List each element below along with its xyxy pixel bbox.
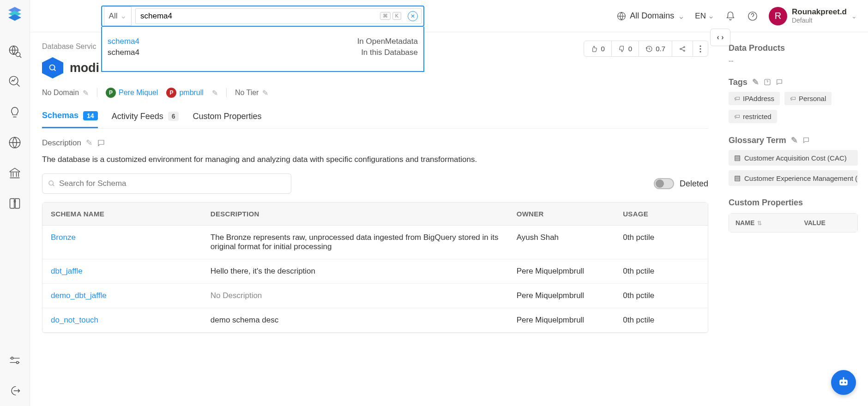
share-icon (679, 45, 686, 53)
comment-icon[interactable] (802, 137, 810, 144)
svg-point-13 (699, 48, 701, 49)
tag[interactable]: 🏷restricted (729, 110, 777, 123)
table-row: dbt_jaffle Hello there, it's the descrip… (42, 259, 708, 284)
col-usage: USAGE (615, 203, 708, 226)
glossary-item[interactable]: ▤Customer Acquisition Cost (CAC) (729, 150, 858, 166)
tag[interactable]: 🏷Personal (784, 92, 832, 105)
search-filter-dropdown[interactable]: All ⌄ (104, 6, 132, 26)
suggestion-text: schema4 (108, 48, 139, 57)
comment-icon[interactable] (97, 139, 105, 147)
owner-link[interactable]: Pere Miquel (119, 89, 158, 97)
user-menu[interactable]: R Rounakpreet.d Default ⌄ (769, 7, 857, 25)
right-panel: ‹ › Data Products -- Tags ✎ 🏷IPAddress🏷P… (720, 32, 868, 406)
chevron-down-icon: ⌄ (678, 11, 685, 21)
thumbs-down-icon (618, 45, 626, 53)
data-products-title: Data Products (729, 43, 858, 53)
svg-point-1 (16, 52, 20, 56)
svg-point-5 (11, 357, 13, 359)
sort-icon[interactable]: ⇅ (757, 220, 762, 227)
glossary-title: Glossary Term (729, 136, 786, 145)
edit-description-button[interactable]: ✎ (86, 138, 92, 148)
edit-tags-button[interactable]: ✎ (752, 77, 759, 87)
notifications-button[interactable] (724, 10, 736, 22)
version-button[interactable]: 0.7 (639, 41, 672, 56)
language-dropdown[interactable]: EN ⌄ (695, 11, 714, 21)
share-button[interactable] (672, 41, 693, 56)
avatar: R (769, 7, 787, 25)
svg-point-6 (17, 361, 19, 364)
bank-icon[interactable] (8, 166, 22, 180)
search-suggestion[interactable]: schema4 In OpenMetadata (107, 36, 419, 47)
bell-icon (725, 11, 735, 21)
globe-search-icon[interactable] (8, 44, 22, 58)
tab-custom-properties[interactable]: Custom Properties (193, 111, 261, 128)
more-button[interactable] (693, 41, 708, 56)
search-suggestion[interactable]: schema4 In this Database (107, 47, 419, 58)
like-button[interactable]: 0 (584, 41, 611, 56)
edit-glossary-button[interactable]: ✎ (791, 135, 798, 145)
user-role: Default (792, 17, 847, 24)
search-filter-label: All (109, 12, 118, 21)
schema-usage: 0th pctile (615, 284, 708, 308)
settings-icon[interactable] (8, 353, 22, 367)
owner-link[interactable]: pmbrull (179, 89, 203, 97)
tag[interactable]: 🏷IPAddress (729, 92, 780, 105)
dislike-button[interactable]: 0 (612, 41, 639, 56)
doc-icon: ▤ (734, 174, 741, 182)
help-icon[interactable] (764, 78, 771, 86)
comment-icon[interactable] (776, 78, 783, 86)
edit-tier-button[interactable]: ✎ (262, 89, 268, 97)
col-schema-name: SCHEMA NAME (42, 203, 202, 226)
deleted-toggle[interactable] (654, 178, 674, 189)
lightbulb-icon[interactable] (8, 105, 22, 119)
sidebar (0, 0, 30, 406)
tab-count: 14 (83, 111, 98, 120)
more-vertical-icon (699, 45, 701, 53)
globe-icon[interactable] (8, 136, 22, 149)
page-title: modi (70, 61, 99, 75)
description-label: Description (42, 138, 81, 148)
schema-link[interactable]: demo_dbt_jaffle (51, 291, 107, 300)
schemas-table: SCHEMA NAME DESCRIPTION OWNER USAGE Bron… (42, 202, 708, 333)
kbd-cmd: ⌘ (380, 12, 391, 20)
schema-search (42, 173, 291, 194)
schema-description: Hello there, it's the description (202, 259, 508, 284)
owner-chip: P pmbrull (166, 88, 203, 98)
schema-link[interactable]: do_not_touch (51, 316, 98, 324)
schema-link[interactable]: dbt_jaffle (51, 267, 83, 275)
cp-col-name: NAME⇅ (729, 214, 797, 232)
domains-dropdown[interactable]: All Domains ⌄ (617, 11, 685, 21)
logout-icon[interactable] (8, 384, 22, 398)
tab-activity-feeds[interactable]: Activity Feeds 6 (112, 111, 179, 128)
doc-icon: ▤ (734, 154, 741, 162)
schema-owner: Pere Miquelpmbrull (508, 308, 615, 333)
glossary-item[interactable]: ▤Customer Experience Management (C... (729, 170, 858, 186)
suggestion-text: schema4 (108, 37, 139, 46)
clear-search-button[interactable]: ✕ (408, 11, 418, 21)
expand-panel-button[interactable]: ‹ › (710, 29, 730, 46)
schema-search-input[interactable] (59, 179, 285, 188)
magnifier-chart-icon[interactable] (8, 75, 22, 89)
app-logo[interactable] (6, 6, 23, 22)
deleted-label: Deleted (680, 179, 708, 189)
svg-point-12 (699, 45, 701, 47)
tab-schemas[interactable]: Schemas 14 (42, 111, 98, 128)
chat-assistant-button[interactable] (831, 370, 856, 395)
suggestion-scope: In this Database (361, 48, 418, 57)
topbar: All ⌄ ⌘ K ✕ schema4 In OpenMetadata sche… (30, 0, 868, 32)
custom-properties-table: NAME⇅ VALUE (729, 213, 858, 233)
book-icon[interactable] (8, 197, 22, 210)
svg-point-20 (844, 382, 846, 383)
search-input[interactable] (135, 8, 422, 24)
search-suggestions: schema4 In OpenMetadata schema4 In this … (101, 27, 424, 72)
schema-description: The Bronze represents raw, unprocessed d… (202, 226, 508, 259)
custom-properties-title: Custom Properties (729, 198, 858, 208)
edit-domain-button[interactable]: ✎ (83, 89, 89, 97)
col-owner: OWNER (508, 203, 615, 226)
schema-link[interactable]: Bronze (51, 233, 76, 242)
edit-owner-button[interactable]: ✎ (212, 89, 218, 97)
help-button[interactable] (747, 10, 759, 22)
history-icon (645, 45, 653, 53)
user-name: Rounakpreet.d (792, 7, 847, 17)
svg-point-9 (680, 48, 681, 49)
